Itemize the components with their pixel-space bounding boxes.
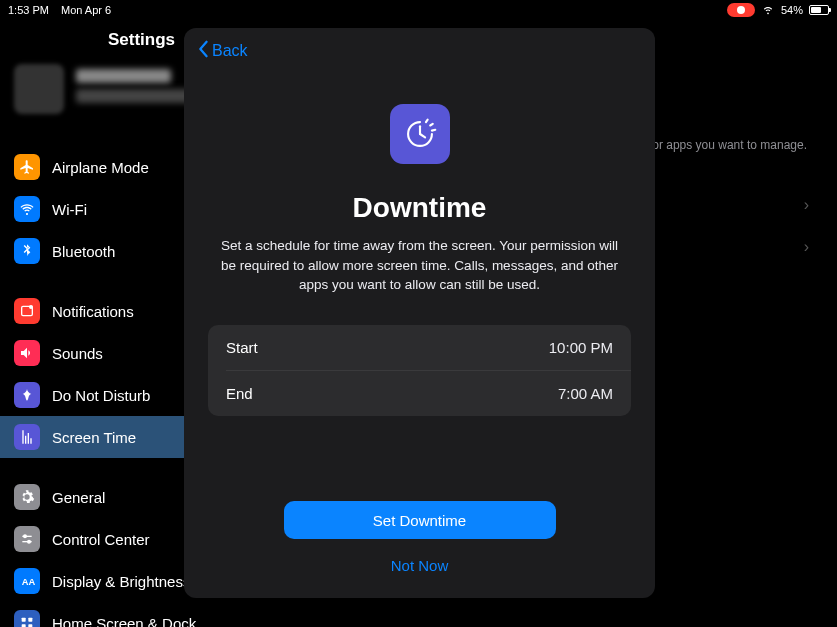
control-center-icon [14,526,40,552]
svg-point-1 [29,305,33,309]
row-label: Control Center [52,531,150,548]
end-label: End [226,385,253,402]
notifications-icon [14,298,40,324]
not-now-button[interactable]: Not Now [387,553,453,578]
bg-hint-text: for apps you want to manage. [649,138,807,152]
battery-percent: 54% [781,4,803,16]
back-label: Back [212,42,248,60]
chevron-right-icon: › [804,196,809,214]
display-icon: AA [14,568,40,594]
row-label: Home Screen & Dock [52,615,196,628]
dnd-icon [14,382,40,408]
end-row[interactable]: End 7:00 AM [208,371,631,416]
modal-title: Downtime [353,192,487,224]
start-label: Start [226,339,258,356]
screentime-icon [14,424,40,450]
row-label: Notifications [52,303,134,320]
start-value: 10:00 PM [549,339,613,356]
svg-rect-8 [28,618,32,622]
time-group: Start 10:00 PM End 7:00 AM [208,325,631,416]
airplane-icon [14,154,40,180]
home-screen-icon [14,610,40,627]
recording-indicator [727,3,755,17]
status-bar: 1:53 PM Mon Apr 6 54% [0,0,837,20]
row-label: General [52,489,105,506]
svg-line-17 [420,134,425,137]
row-label: Airplane Mode [52,159,149,176]
start-row[interactable]: Start 10:00 PM [208,325,631,370]
downtime-modal: Back Downtime Set a schedule for time aw… [184,28,655,598]
wifi-icon [761,2,775,18]
svg-point-5 [28,540,31,543]
svg-text:AA: AA [22,577,35,587]
svg-line-19 [430,124,433,126]
row-label: Wi-Fi [52,201,87,218]
chevron-right-icon: › [804,238,809,256]
battery-icon [809,5,829,15]
svg-line-18 [425,120,427,123]
account-name-redacted [76,69,171,83]
set-downtime-button[interactable]: Set Downtime [284,501,556,539]
end-value: 7:00 AM [558,385,613,402]
status-date: Mon Apr 6 [61,4,111,16]
downtime-app-icon [390,104,450,164]
avatar [14,64,64,114]
row-label: Do Not Disturb [52,387,150,404]
bluetooth-icon [14,238,40,264]
row-label: Sounds [52,345,103,362]
row-label: Bluetooth [52,243,115,260]
svg-line-20 [431,130,434,131]
svg-rect-7 [22,618,26,622]
back-button[interactable]: Back [192,36,252,66]
row-label: Display & Brightness [52,573,190,590]
status-time: 1:53 PM [8,4,49,16]
svg-point-3 [24,535,27,538]
sounds-icon [14,340,40,366]
chevron-left-icon [196,40,210,62]
row-label: Screen Time [52,429,136,446]
gear-icon [14,484,40,510]
wifi-icon [14,196,40,222]
row-home[interactable]: Home Screen & Dock [0,602,283,627]
modal-description: Set a schedule for time away from the sc… [215,236,625,295]
